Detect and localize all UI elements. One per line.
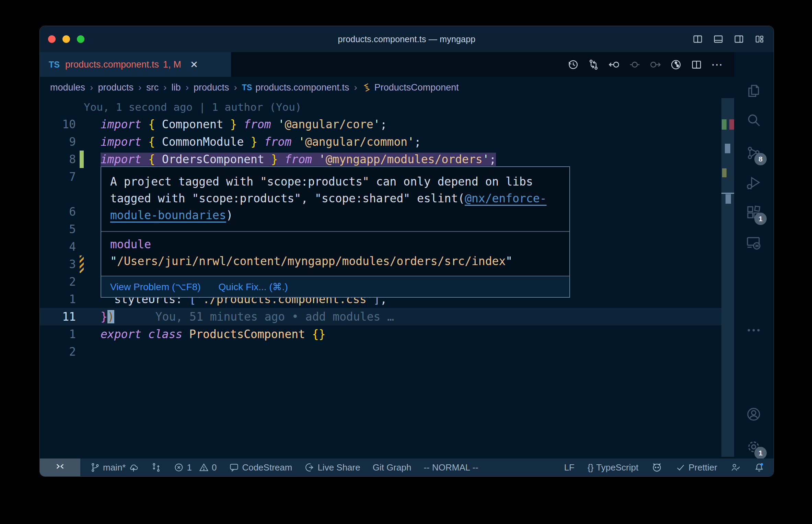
sidebar-item-run-and-debug[interactable] xyxy=(745,175,762,191)
code-token: ) xyxy=(226,209,233,222)
code-token xyxy=(141,328,148,341)
typescript-file-icon: TS xyxy=(49,60,60,70)
settings-gear-icon[interactable]: 1 xyxy=(745,439,762,455)
git-compare-icon[interactable] xyxy=(588,59,600,71)
sidebar-item-explorer[interactable] xyxy=(745,83,762,99)
problem-hover-popup: A project tagged with "scope:products" c… xyxy=(101,166,570,298)
warning-icon xyxy=(199,462,209,473)
breadcrumb-item[interactable]: modules xyxy=(50,82,85,93)
status-left: main* 1 0 CodeStream xyxy=(90,462,478,473)
notifications-indicator[interactable] xyxy=(754,462,765,473)
extensions-badge: 1 xyxy=(754,213,767,225)
split-editor-icon[interactable] xyxy=(693,34,703,44)
view-problem-action[interactable]: View Problem (⌥F8) xyxy=(110,281,201,293)
vim-mode-indicator[interactable]: -- NORMAL -- xyxy=(424,462,478,473)
codestream-label: CodeStream xyxy=(242,462,292,473)
code-token: ' xyxy=(278,118,285,131)
code-token: ProductsComponent xyxy=(189,328,305,341)
code-editor[interactable]: You, 1 second ago | 1 author (You) 10 im… xyxy=(40,98,774,458)
language-indicator[interactable]: {} TypeScript xyxy=(588,462,638,473)
breadcrumb-item[interactable]: src xyxy=(146,82,159,93)
tab-products-component[interactable]: TS products.component.ts 1, M ✕ xyxy=(40,52,231,77)
module-info: module "/Users/juri/nrwl/content/myngapp… xyxy=(101,232,569,276)
previous-change-icon[interactable] xyxy=(608,59,620,71)
remote-icon xyxy=(55,461,66,474)
timeline-history-icon[interactable] xyxy=(567,59,579,71)
branch-indicator[interactable]: main* xyxy=(90,462,139,473)
bell-dot-icon xyxy=(754,462,765,473)
sidebar-item-source-control[interactable]: 8 xyxy=(745,145,762,161)
next-change-icon[interactable] xyxy=(649,59,661,71)
problem-message: A project tagged with "scope:products" c… xyxy=(101,167,569,231)
vscode-window: products.component.ts — myngapp TS produ… xyxy=(39,26,774,477)
sidebar-item-search[interactable] xyxy=(745,112,762,129)
live-share-indicator[interactable]: Live Share xyxy=(304,462,360,473)
codestream-indicator[interactable]: CodeStream xyxy=(229,462,292,473)
check-icon xyxy=(675,462,686,473)
current-code-line: 11 }) You, 51 minutes ago • add modules … xyxy=(40,308,721,325)
code-token xyxy=(278,153,285,166)
feedback-indicator[interactable] xyxy=(730,462,741,473)
code-token: import xyxy=(101,135,141,148)
sidebar-item-extensions[interactable]: 1 xyxy=(745,204,762,221)
toggle-secondary-sidebar-icon[interactable] xyxy=(734,34,744,44)
problems-indicator[interactable]: 1 0 xyxy=(174,462,217,473)
overview-selection-mark xyxy=(725,144,730,153)
customize-layout-icon[interactable] xyxy=(754,34,765,44)
tab-label: products.component.ts xyxy=(65,59,159,70)
remote-indicator[interactable] xyxy=(40,458,80,476)
breadcrumb-item[interactable]: lib xyxy=(172,82,181,93)
more-actions-icon[interactable]: ⋯ xyxy=(711,58,723,71)
compare-changes-indicator[interactable] xyxy=(151,462,161,473)
line-number: 9 xyxy=(40,135,76,148)
breadcrumb-separator: › xyxy=(134,82,146,93)
breadcrumb-file[interactable]: products.component.ts xyxy=(255,82,349,93)
code-token xyxy=(141,135,148,148)
source-control-badge: 8 xyxy=(754,153,767,165)
window-title: products.component.ts — myngapp xyxy=(40,26,774,52)
prettier-indicator[interactable]: Prettier xyxy=(675,462,717,473)
git-branch-icon xyxy=(90,462,100,473)
sync-cloud-icon xyxy=(128,462,139,473)
popup-actions: View Problem (⌥F8) Quick Fix... (⌘.) xyxy=(101,276,569,297)
code-token: " xyxy=(506,254,512,268)
code-token: from xyxy=(264,135,291,148)
github-indicator[interactable] xyxy=(651,462,662,473)
code-token: } xyxy=(251,135,257,148)
split-editor-icon[interactable] xyxy=(691,59,703,71)
git-graph-indicator[interactable]: Git Graph xyxy=(373,462,411,473)
settings-badge: 1 xyxy=(754,447,767,459)
eol-indicator[interactable]: LF xyxy=(564,462,575,473)
status-bar: main* 1 0 CodeStream xyxy=(40,458,774,476)
toggle-panel-icon[interactable] xyxy=(713,34,723,44)
scrollbar[interactable] xyxy=(721,98,734,458)
code-token: ' xyxy=(407,135,414,148)
code-token: { xyxy=(148,153,155,166)
code-token: OrdersComponent xyxy=(155,153,271,166)
code-token: import xyxy=(101,153,141,166)
line-number: 5 xyxy=(40,223,76,236)
close-tab-icon[interactable]: ✕ xyxy=(190,59,198,70)
code-token xyxy=(182,328,189,341)
code-line: 10 import { Component } from '@angular/c… xyxy=(40,116,721,133)
code-token: ) xyxy=(107,310,114,323)
code-token: ' xyxy=(319,153,326,166)
branch-name: main* xyxy=(103,462,126,473)
layout-controls xyxy=(693,26,765,52)
accounts-icon[interactable] xyxy=(745,406,762,422)
line-number: 10 xyxy=(40,118,76,131)
line-number: 4 xyxy=(40,240,76,253)
change-marker-icon[interactable] xyxy=(629,59,641,71)
sidebar-item-more[interactable] xyxy=(745,322,762,338)
title-bar[interactable]: products.component.ts — myngapp xyxy=(40,26,774,52)
class-symbol-icon xyxy=(362,83,372,92)
breadcrumb-item[interactable]: products xyxy=(194,82,229,93)
code-line-error: 8 import { OrdersComponent } from '@myng… xyxy=(40,151,721,168)
code-token xyxy=(305,328,312,341)
breadcrumb-symbol[interactable]: ProductsComponent xyxy=(374,82,459,93)
quick-fix-action[interactable]: Quick Fix... (⌘.) xyxy=(219,281,288,293)
breadcrumb-item[interactable]: products xyxy=(98,82,134,93)
sidebar-item-remote-explorer[interactable] xyxy=(745,235,762,251)
commit-graph-icon[interactable] xyxy=(670,59,682,71)
code-token: ; xyxy=(489,153,496,166)
